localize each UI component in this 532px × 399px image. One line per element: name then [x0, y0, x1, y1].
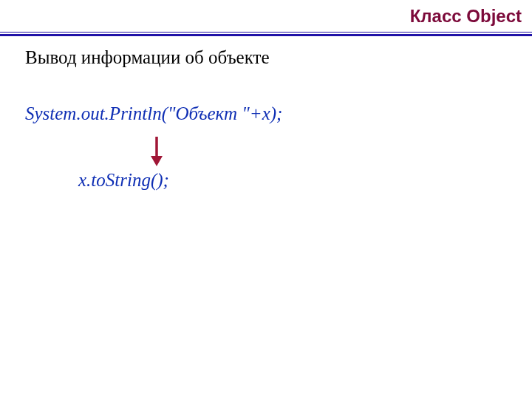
header-rule-thick [0, 34, 532, 36]
header-rule-thin [0, 32, 532, 33]
code-line-1: System.out.Println("Объект "+x); [25, 103, 522, 124]
arrow-down-icon [148, 135, 166, 168]
subtitle-text: Вывод информации об объекте [25, 47, 522, 68]
svg-marker-1 [151, 156, 163, 166]
code-line-2: x.toString(); [25, 170, 522, 191]
page-title: Класс Object [410, 6, 522, 27]
content-block: Вывод информации об объекте System.out.P… [25, 47, 522, 191]
